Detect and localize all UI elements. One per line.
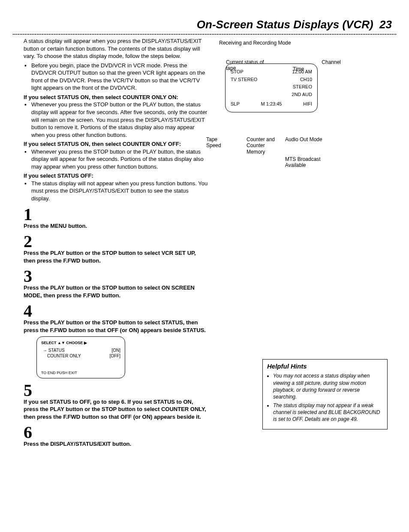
- label-audio-out: Audio Out Mode: [285, 136, 328, 142]
- menu-footer: TO END PUSH EXIT: [41, 370, 120, 375]
- hints-title: Helpful Hints: [267, 362, 383, 371]
- label-channel: Channel: [322, 59, 341, 65]
- menu-counter-label: COUNTER ONLY: [41, 353, 81, 359]
- step-6-text: Press the DISPLAY/STATUS/EXIT button.: [24, 440, 208, 448]
- menu-counter-value: [OFF]: [109, 353, 120, 359]
- hint-1: You may not access a status display when…: [273, 372, 383, 400]
- dotted-rule: [13, 34, 396, 35]
- option3-bullet: The status display will not appear when …: [24, 180, 208, 203]
- osd-hifi: HIFI: [303, 100, 312, 108]
- option2-title: If you select STATUS ON, then select COU…: [24, 140, 208, 148]
- osd-stereo: STEREO: [293, 83, 312, 91]
- status-diagram: Receiving and Recording Mode Current sta…: [217, 39, 354, 112]
- prep-bullet: Before you begin, place the DVD/VCR in V…: [24, 62, 208, 92]
- page-number: 23: [379, 18, 392, 31]
- option1-title: If you select STATUS ON, then select COU…: [24, 94, 208, 101]
- menu-row-status: → STATUS [ON]: [41, 348, 120, 354]
- hint-2: The status display may not appear if a w…: [273, 402, 383, 423]
- step-number-4: 4: [24, 302, 208, 320]
- option3-title: If you select STATUS OFF:: [24, 172, 208, 180]
- osd-stop: STOP: [231, 68, 244, 76]
- osd-screen: STOP 12:00 AM TV STEREO CH10 STEREO 2ND …: [225, 63, 318, 112]
- label-counter: Counter and Counter Memory: [247, 136, 277, 155]
- osd-2ndaud: 2ND AUD: [292, 91, 312, 99]
- step-number-6: 6: [24, 424, 208, 441]
- step-3-text: Press the PLAY button or the STOP button…: [24, 284, 208, 299]
- osd-channel: CH10: [300, 76, 312, 84]
- option2-bullet: Whenever you press the STOP button or th…: [24, 148, 208, 171]
- step-1-text: Press the MENU button.: [24, 222, 208, 230]
- menu-status-value: [ON]: [111, 348, 120, 354]
- menu-header: SELECT ▲▼ CHOOSE ▶: [41, 340, 120, 345]
- osd-counter: M 1:23:45: [261, 100, 282, 108]
- title-text: On-Screen Status Displays (VCR): [197, 18, 373, 31]
- intro-text: A status display will appear when you pr…: [24, 37, 208, 60]
- osd-slp: SLP: [231, 100, 240, 108]
- page-title: On-Screen Status Displays (VCR) 23: [13, 17, 396, 32]
- osd-tvstereo: TV STEREO: [231, 76, 257, 84]
- menu-row-counter: COUNTER ONLY [OFF]: [41, 353, 120, 359]
- menu-status-label: → STATUS: [41, 348, 65, 354]
- step-2-text: Press the PLAY button or the STOP button…: [24, 249, 208, 264]
- diagram-title: Receiving and Recording Mode: [219, 39, 354, 46]
- helpful-hints-box: Helpful Hints You may not access a statu…: [262, 359, 388, 429]
- step-number-3: 3: [24, 268, 208, 285]
- option1-bullet: Whenever you press the STOP button or th…: [24, 101, 208, 139]
- step-5-text: If you set STATUS to OFF, go to step 6. …: [24, 398, 208, 421]
- osd-menu-box: SELECT ▲▼ CHOOSE ▶ → STATUS [ON] COUNTER…: [36, 336, 125, 378]
- main-content: A status display will appear when you pr…: [24, 37, 208, 448]
- step-number-1: 1: [24, 206, 208, 223]
- step-4-text: Press the PLAY button or the STOP button…: [24, 319, 208, 334]
- osd-time: 12:00 AM: [292, 68, 312, 76]
- step-number-5: 5: [24, 382, 208, 399]
- step-number-2: 2: [24, 233, 208, 250]
- label-mts: MTS Broadcast Available: [285, 156, 324, 169]
- label-tape-speed: Tape Speed: [206, 136, 228, 149]
